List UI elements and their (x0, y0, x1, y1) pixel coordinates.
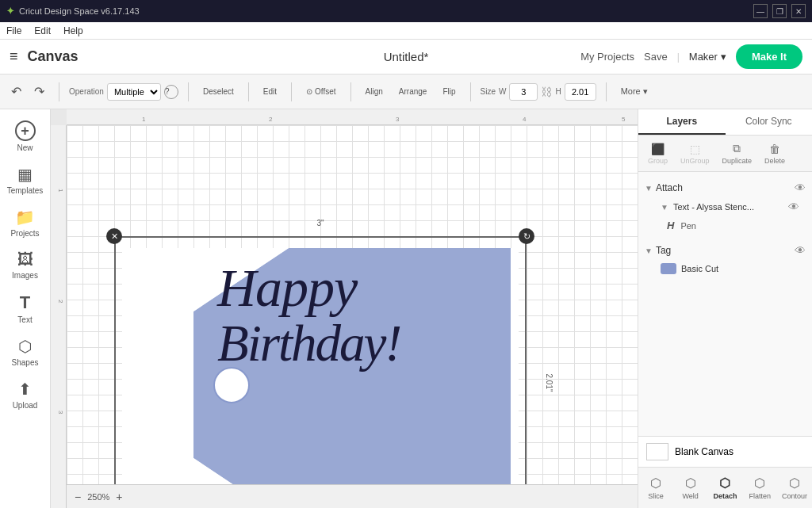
sep-3 (248, 82, 249, 101)
minimize-button[interactable]: — (753, 4, 768, 18)
my-projects-link[interactable]: My Projects (580, 51, 634, 63)
restore-button[interactable]: ❐ (772, 4, 787, 18)
size-label: Size (481, 87, 496, 96)
ruler-top: 1 2 3 4 5 (67, 109, 638, 125)
menu-help[interactable]: Help (63, 25, 83, 36)
sidebar-item-upload[interactable]: ⬆ Upload (3, 375, 48, 414)
layer-sub-pen: H Pen (645, 216, 806, 235)
redo-button[interactable]: ↷ (29, 82, 49, 101)
deselect-button[interactable]: Deselect (198, 85, 239, 98)
detach-button[interactable]: ⬡ Detach (708, 472, 743, 503)
menu-edit[interactable]: Edit (34, 25, 51, 36)
detach-icon: ⬡ (719, 476, 730, 491)
size-h-input[interactable] (565, 83, 596, 101)
sidebar-label-upload: Upload (13, 401, 38, 410)
tag-eye-icon[interactable]: 👁 (795, 244, 806, 257)
help-button[interactable]: ? (164, 85, 178, 99)
attach-chevron: ▼ (645, 184, 653, 193)
save-link[interactable]: Save (644, 51, 668, 63)
offset-button[interactable]: ⊙ Offset (301, 85, 341, 98)
sep-7 (606, 82, 607, 101)
tag-chevron: ▼ (645, 246, 653, 255)
contour-label: Contour (782, 492, 807, 500)
flatten-label: Flatten (749, 492, 772, 500)
tag-group-header[interactable]: ▼ Tag 👁 (645, 241, 806, 260)
tab-layers[interactable]: Layers (638, 109, 726, 135)
svg-point-2 (214, 368, 249, 403)
more-button[interactable]: More ▾ (616, 84, 653, 99)
detach-label: Detach (713, 492, 737, 500)
sidebar-label-text: Text (17, 315, 32, 324)
size-w-input[interactable] (509, 83, 538, 101)
size-group: Size W ⛓ H (481, 83, 596, 101)
maker-button[interactable]: Maker ▾ (689, 51, 726, 63)
weld-button[interactable]: ⬡ Weld (673, 472, 708, 503)
slice-icon: ⬡ (650, 476, 661, 491)
weld-label: Weld (683, 492, 699, 500)
text-icon: T (20, 292, 30, 313)
flatten-button[interactable]: ⬡ Flatten (742, 472, 777, 503)
sidebar-item-text[interactable]: T Text (3, 288, 48, 329)
right-panel: Layers Color Sync ⬛ Group ⬚ UnGroup ⧉ Du… (638, 109, 812, 508)
projects-icon: 📁 (15, 208, 35, 227)
upload-icon: ⬆ (18, 380, 32, 399)
group-button[interactable]: ⬛ Group (645, 141, 671, 166)
sidebar-item-templates[interactable]: ▦ Templates (3, 160, 48, 200)
menubar: File Edit Help (0, 22, 812, 40)
panel-toolbar: ⬛ Group ⬚ UnGroup ⧉ Duplicate 🗑 Delete (638, 136, 812, 172)
sidebar-label-new: New (17, 143, 33, 152)
sidebar-item-projects[interactable]: 📁 Projects (3, 203, 48, 243)
chevron-down-icon: ▾ (721, 51, 726, 63)
flip-button[interactable]: Flip (438, 85, 460, 98)
sidebar-item-images[interactable]: 🖼 Images (3, 246, 48, 285)
align-button[interactable]: Align (361, 85, 388, 98)
zoom-out-button[interactable]: − (75, 491, 81, 503)
duplicate-button[interactable]: ⧉ Duplicate (719, 140, 756, 166)
text-alyssa-eye-icon[interactable]: 👁 (788, 201, 799, 213)
contour-button[interactable]: ⬡ Contour (777, 472, 812, 503)
sidebar-item-new[interactable]: + New (3, 116, 48, 157)
text-alyssa-label: Text - Alyssa Stenc... (673, 202, 754, 212)
sidebar-item-shapes[interactable]: ⬡ Shapes (3, 332, 48, 372)
attach-eye-icon[interactable]: 👁 (795, 181, 806, 194)
delete-button[interactable]: 🗑 Delete (761, 141, 788, 166)
duplicate-label: Duplicate (722, 157, 753, 165)
tab-color-sync[interactable]: Color Sync (726, 109, 813, 135)
sidebar-label-projects: Projects (10, 229, 39, 238)
hamburger-menu[interactable]: ≡ (10, 48, 18, 65)
edit-button[interactable]: Edit (259, 85, 282, 98)
handle-top-right[interactable]: ↻ (519, 228, 534, 244)
make-it-button[interactable]: Make It (736, 44, 802, 69)
layer-item-basic-cut[interactable]: Basic Cut (645, 260, 806, 277)
slice-label: Slice (648, 492, 664, 500)
handle-top-left[interactable]: ✕ (106, 228, 122, 244)
flatten-icon: ⬡ (754, 476, 765, 491)
undo-button[interactable]: ↶ (6, 82, 26, 101)
operation-select[interactable]: Multiple (107, 83, 161, 101)
close-button[interactable]: ✕ (791, 4, 806, 18)
header: ≡ Canvas Untitled* My Projects Save | Ma… (0, 40, 812, 74)
pen-label: Pen (680, 221, 696, 231)
zoom-in-button[interactable]: + (116, 491, 122, 503)
ruler-mark-v-1: 1 (57, 189, 64, 192)
ruler-mark-5: 5 (622, 116, 625, 123)
ruler-mark-2: 2 (269, 116, 272, 123)
text-alyssa-chevron: ▼ (661, 203, 668, 212)
canvas-area[interactable]: 1 2 3 4 5 1 2 3 ✕ ↻ 🔒 ↗ (51, 109, 638, 508)
layer-item-text-alyssa[interactable]: ▼ Text - Alyssa Stenc... 👁 (645, 197, 806, 216)
menu-file[interactable]: File (6, 25, 21, 36)
ungroup-button[interactable]: ⬚ UnGroup (677, 141, 713, 166)
offset-icon: ⊙ (306, 87, 312, 96)
sep-5 (350, 82, 351, 101)
zoom-level: 250% (87, 492, 109, 502)
attach-group-header[interactable]: ▼ Attach 👁 (645, 178, 806, 197)
arrange-button[interactable]: Arrange (394, 85, 432, 98)
header-divider: | (677, 52, 680, 63)
new-icon: + (15, 120, 36, 141)
sep-6 (470, 82, 471, 101)
templates-icon: ▦ (17, 165, 33, 184)
ungroup-icon: ⬚ (690, 143, 700, 155)
ruler-mark-v-2: 2 (57, 300, 64, 303)
design-content[interactable]: ✕ ↻ 🔒 ↗ Hap (114, 236, 527, 508)
slice-button[interactable]: ⬡ Slice (638, 472, 673, 503)
